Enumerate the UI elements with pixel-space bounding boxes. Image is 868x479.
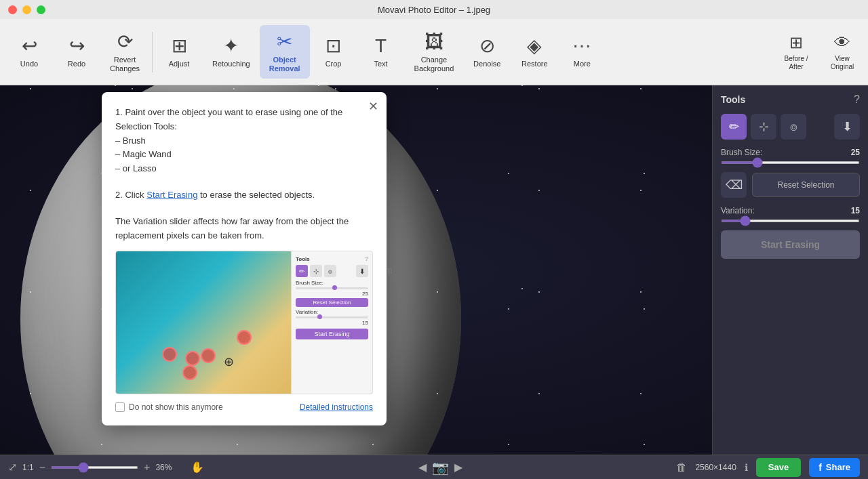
main-area: www.orsoon.com ✕ 1. Paint over the objec…: [0, 85, 868, 455]
change-bg-button[interactable]: 🖼 ChangeBackground: [405, 25, 464, 79]
before-after-label: Before /After: [784, 55, 808, 71]
mini-lasso: ⌾: [324, 265, 336, 277]
lasso-tool-button[interactable]: ⌾: [781, 114, 806, 140]
dont-show-row[interactable]: Do not show this anymore: [115, 402, 223, 412]
mini-brush: ✏: [296, 265, 308, 277]
mini-variation-slider: [296, 316, 368, 318]
revert-button[interactable]: ⟳ RevertChanges: [100, 25, 149, 79]
brush-size-value: 25: [851, 148, 860, 157]
popup-step1-text: 1. Paint over the object you want to era…: [115, 106, 373, 176]
circle-2: [185, 351, 200, 366]
brush-size-label: Brush Size:: [721, 148, 762, 157]
close-button[interactable]: [8, 5, 17, 14]
zoom-ratio[interactable]: 1:1: [22, 463, 34, 472]
view-original-button[interactable]: 👁 ViewOriginal: [822, 28, 863, 77]
popup-close-button[interactable]: ✕: [368, 99, 378, 114]
eraser-tool-button[interactable]: ⌫: [721, 172, 747, 198]
save-button[interactable]: Save: [756, 458, 801, 477]
zoom-slider-wrap: [51, 466, 138, 469]
camera-icon: 📷: [432, 459, 449, 476]
erase-tools-row: ⌫ Reset Selection: [721, 172, 860, 198]
zoom-in-icon[interactable]: +: [144, 461, 150, 474]
prev-image-button[interactable]: ◀: [418, 461, 427, 474]
fit-view-icon[interactable]: ⤢: [8, 461, 17, 474]
canvas-area[interactable]: www.orsoon.com ✕ 1. Paint over the objec…: [0, 85, 712, 455]
mini-panel: Tools ? ✏ ⊹ ⌾ ⬇ Brush Size:: [291, 251, 372, 394]
before-after-button[interactable]: ⊞ Before /After: [776, 28, 816, 77]
mini-brush-slider: [296, 287, 368, 289]
denoise-button[interactable]: ⊘ Denoise: [463, 29, 511, 74]
cursor: ⊕: [224, 354, 234, 369]
delete-icon[interactable]: 🗑: [676, 461, 687, 474]
minimize-button[interactable]: [22, 5, 31, 14]
retouching-button[interactable]: ✦ Retouching: [203, 29, 260, 74]
zoom-out-icon[interactable]: −: [39, 461, 45, 474]
maximize-button[interactable]: [37, 5, 45, 14]
toolbar-right: ⊞ Before /After 👁 ViewOriginal: [776, 28, 863, 77]
view-original-icon: 👁: [834, 33, 850, 52]
window-title: Movavi Photo Editor – 1.jpeg: [378, 5, 490, 15]
popup-footer: Do not show this anymore Detailed instru…: [115, 402, 373, 412]
start-erasing-link[interactable]: Start Erasing: [146, 190, 197, 200]
mini-download: ⬇: [356, 265, 368, 277]
right-panel: Tools ? ✏ ⊹ ⌾ ⬇ Brush Size: 25 ⌫ Reset S…: [712, 85, 868, 455]
mini-reset-btn: Reset Selection: [296, 298, 368, 307]
variation-label-row: Variation: 15: [721, 206, 860, 215]
titlebar: Movavi Photo Editor – 1.jpeg: [0, 0, 868, 19]
next-image-button[interactable]: ▶: [454, 461, 462, 474]
help-icon[interactable]: ?: [854, 93, 860, 106]
circle-5: [182, 365, 197, 380]
text-button[interactable]: T Text: [357, 30, 405, 74]
undo-button[interactable]: ↩ Undo: [5, 29, 53, 74]
toolbar-divider-1: [152, 32, 153, 72]
popup-variation-text: The Variation slider affects how far awa…: [115, 215, 373, 243]
mini-wand: ⊹: [310, 265, 322, 277]
more-button[interactable]: ⋯ More: [558, 29, 606, 74]
crop-button[interactable]: ⊡ Crop: [310, 29, 357, 74]
before-after-icon: ⊞: [789, 33, 803, 52]
object-removal-button[interactable]: ✂ ObjectRemoval: [260, 25, 310, 79]
start-erasing-button[interactable]: Start Erasing: [721, 230, 860, 259]
download-tool-button[interactable]: ⬇: [834, 114, 860, 140]
change-bg-label: ChangeBackground: [414, 56, 454, 73]
brush-size-label-row: Brush Size: 25: [721, 148, 860, 157]
restore-button[interactable]: ◈ Restore: [511, 29, 558, 74]
reset-selection-button[interactable]: Reset Selection: [752, 173, 860, 197]
adjust-button[interactable]: ⊞ Adjust: [155, 29, 203, 74]
denoise-label: Denoise: [473, 60, 500, 68]
restore-icon: ◈: [527, 35, 542, 57]
main-toolbar: ↩ Undo ↪ Redo ⟳ RevertChanges ⊞ Adjust ✦…: [0, 19, 868, 85]
variation-slider[interactable]: [721, 220, 860, 222]
brush-size-section: Brush Size: 25: [721, 148, 860, 164]
magic-wand-tool-button[interactable]: ⊹: [751, 114, 776, 140]
adjust-icon: ⊞: [172, 35, 187, 57]
view-original-label: ViewOriginal: [831, 55, 854, 71]
brush-tool-button[interactable]: ✏: [721, 114, 747, 140]
window-controls[interactable]: [8, 5, 45, 14]
change-bg-icon: 🖼: [425, 30, 443, 53]
share-button[interactable]: f Share: [809, 458, 860, 477]
circle-4: [237, 330, 252, 345]
facebook-icon: f: [818, 462, 822, 473]
crop-label: Crop: [326, 60, 342, 68]
popup-step2-text: 2. Click Start Erasing to erase the sele…: [115, 188, 373, 203]
mini-start-btn[interactable]: Start Erasing: [296, 329, 368, 339]
redo-button[interactable]: ↪ Redo: [53, 29, 100, 74]
share-label: Share: [826, 462, 850, 472]
detailed-instructions-link[interactable]: Detailed instructions: [300, 402, 373, 412]
dont-show-label: Do not show this anymore: [129, 402, 223, 412]
revert-icon: ⟳: [117, 30, 133, 53]
variation-value: 15: [851, 206, 860, 215]
info-icon[interactable]: ℹ: [745, 462, 748, 473]
dont-show-checkbox[interactable]: [115, 402, 125, 412]
statusbar-center: ◀ 📷 ▶: [212, 459, 668, 476]
retouching-label: Retouching: [212, 60, 250, 68]
undo-label: Undo: [20, 60, 38, 68]
zoom-slider[interactable]: [51, 466, 138, 469]
popup-preview: Tools ? ✏ ⊹ ⌾ ⬇ Brush Size:: [115, 251, 373, 394]
redo-icon: ↪: [69, 35, 85, 57]
redo-label: Redo: [68, 60, 85, 68]
mini-tools: ✏ ⊹ ⌾ ⬇: [296, 265, 368, 277]
hand-tool-icon[interactable]: ✋: [191, 461, 204, 474]
brush-size-slider[interactable]: [721, 161, 860, 164]
